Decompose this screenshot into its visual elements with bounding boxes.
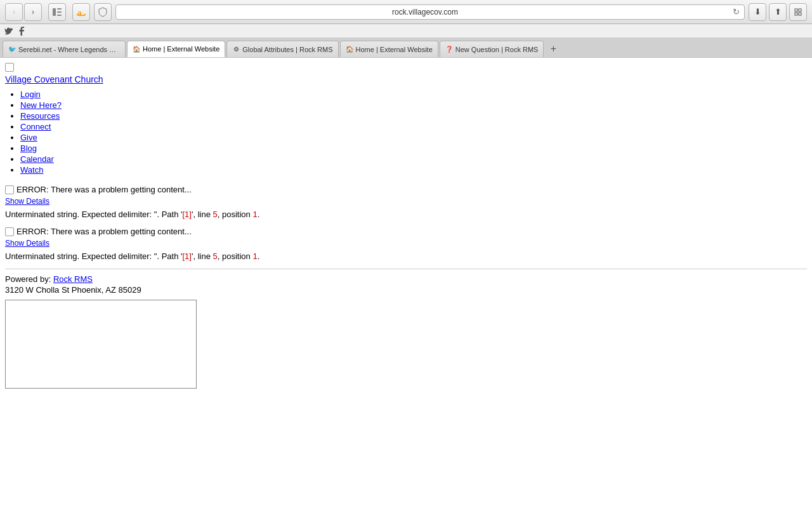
tab-favicon-question: ❓ <box>445 46 453 53</box>
tab-label-global: Global Attributes | Rock RMS <box>242 46 332 53</box>
svg-rect-7 <box>795 13 797 15</box>
status-icons-bar <box>0 24 812 38</box>
svg-rect-3 <box>57 15 62 16</box>
download-button[interactable]: ⬇ <box>749 3 766 21</box>
twitter-icon[interactable] <box>4 26 14 36</box>
nav-item-watch: Watch <box>20 165 807 175</box>
svg-rect-2 <box>57 11 62 13</box>
show-details-link-2[interactable]: Show Details <box>5 239 807 248</box>
nav-item-login: Login <box>20 90 807 99</box>
share-button[interactable]: ⬆ <box>769 3 787 21</box>
sidebar-toggle-button[interactable] <box>48 3 66 21</box>
tab-label-home: Home | External Website <box>143 45 219 53</box>
site-title-link[interactable]: Village Covenant Church <box>5 74 103 84</box>
footer-divider <box>5 269 807 269</box>
nav-link-blog[interactable]: Blog <box>20 144 37 153</box>
error-message-2: ERROR: There was a problem getting conte… <box>16 227 192 236</box>
browser-chrome: ‹ › a ↻ ⬇ <box>0 0 812 58</box>
new-tab-button[interactable]: + <box>546 42 560 56</box>
error-header-2: ERROR: There was a problem getting conte… <box>5 227 807 236</box>
tab-label-serebii: Serebii.net - Where Legends Come... <box>18 46 120 53</box>
address-bar-wrapper: ↻ <box>115 4 745 20</box>
svg-rect-0 <box>53 8 56 16</box>
error-detail-2: Unterminated string. Expected delimiter:… <box>5 251 807 261</box>
shield-button[interactable] <box>94 3 112 21</box>
error-block-1: ERROR: There was a problem getting conte… <box>5 185 807 219</box>
svg-rect-5 <box>795 9 797 11</box>
rock-rms-link[interactable]: Rock RMS <box>53 274 93 284</box>
powered-by-text: Powered by: <box>5 274 53 284</box>
footer-box <box>5 300 197 389</box>
error-block-2: ERROR: There was a problem getting conte… <box>5 227 807 261</box>
nav-item-new-here: New Here? <box>20 100 807 110</box>
nav-link-give[interactable]: Give <box>20 133 37 142</box>
tab-new-question[interactable]: ❓ New Question | Rock RMS <box>440 41 544 57</box>
nav-link-resources[interactable]: Resources <box>20 111 60 121</box>
error-header-1: ERROR: There was a problem getting conte… <box>5 185 807 194</box>
page-content: Village Covenant Church Login New Here? … <box>0 58 812 394</box>
back-button[interactable]: ‹ <box>5 3 23 21</box>
browser-toolbar: ‹ › a ↻ ⬇ <box>0 0 812 24</box>
amazon-button[interactable]: a <box>72 3 90 21</box>
svg-rect-6 <box>799 9 801 11</box>
nav-link-connect[interactable]: Connect <box>20 122 51 131</box>
tab-home-external-2[interactable]: 🏠 Home | External Website <box>340 41 438 57</box>
nav-item-connect: Connect <box>20 122 807 131</box>
top-checkbox-row <box>5 63 807 72</box>
facebook-icon[interactable] <box>16 26 27 36</box>
nav-item-calendar: Calendar <box>20 154 807 164</box>
new-tab-fullscreen-button[interactable] <box>789 3 807 21</box>
error-checkbox-1[interactable] <box>5 185 14 194</box>
error-detail-1: Unterminated string. Expected delimiter:… <box>5 210 807 219</box>
site-header: Village Covenant Church <box>5 74 807 84</box>
tab-label-home2: Home | External Website <box>356 46 433 53</box>
footer-powered-by: Powered by: Rock RMS <box>5 274 807 284</box>
nav-item-give: Give <box>20 133 807 142</box>
tab-favicon-serebii: 🐦 <box>8 46 16 53</box>
error-checkbox-2[interactable] <box>5 227 14 236</box>
nav-link-watch[interactable]: Watch <box>20 165 43 175</box>
tab-serebii[interactable]: 🐦 Serebii.net - Where Legends Come... <box>3 41 126 57</box>
tab-favicon-global: ⚙ <box>232 46 240 53</box>
tab-global-attributes[interactable]: ⚙ Global Attributes | Rock RMS <box>226 41 338 57</box>
nav-link-new-here[interactable]: New Here? <box>20 100 62 110</box>
tab-favicon-home: 🏠 <box>133 45 140 53</box>
address-bar[interactable] <box>115 4 745 20</box>
site-navigation: Login New Here? Resources Connect Give B… <box>5 90 807 175</box>
forward-button[interactable]: › <box>24 3 42 21</box>
svg-rect-1 <box>57 8 62 10</box>
tab-home-external[interactable]: 🏠 Home | External Website <box>127 41 225 57</box>
nav-link-calendar[interactable]: Calendar <box>20 154 54 164</box>
nav-link-login[interactable]: Login <box>20 90 41 99</box>
reload-button[interactable]: ↻ <box>730 6 742 18</box>
nav-item-blog: Blog <box>20 144 807 153</box>
tab-favicon-home2: 🏠 <box>346 46 353 53</box>
nav-buttons: ‹ › <box>5 3 42 21</box>
nav-item-resources: Resources <box>20 111 807 121</box>
svg-rect-8 <box>799 13 801 15</box>
error-message-1: ERROR: There was a problem getting conte… <box>16 185 192 194</box>
top-checkbox[interactable] <box>5 63 14 72</box>
nav-list: Login New Here? Resources Connect Give B… <box>5 90 807 175</box>
browser-actions: ⬇ ⬆ <box>749 3 807 21</box>
footer-address: 3120 W Cholla St Phoenix, AZ 85029 <box>5 285 807 295</box>
tabs-bar: 🐦 Serebii.net - Where Legends Come... 🏠 … <box>0 38 812 57</box>
tab-label-question: New Question | Rock RMS <box>455 46 539 53</box>
show-details-link-1[interactable]: Show Details <box>5 197 807 206</box>
